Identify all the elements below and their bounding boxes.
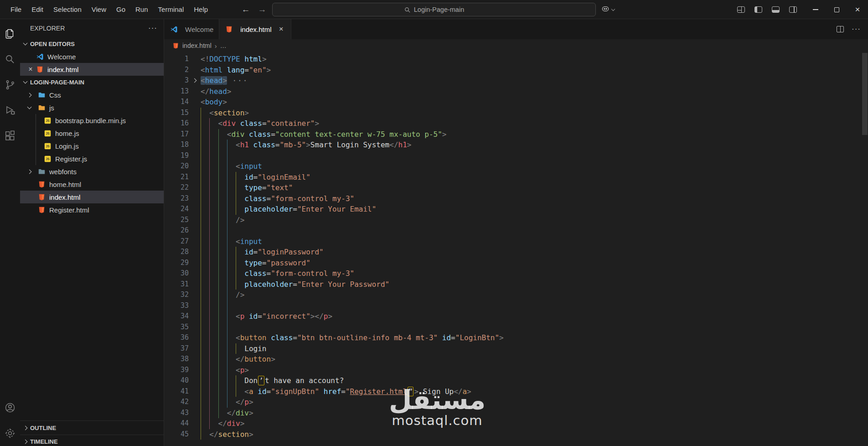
code-line[interactable]: 35 (164, 322, 868, 333)
code-editor[interactable]: مستقل mostaql.com 1<!DOCTYPE html>2<html… (164, 52, 868, 446)
activity-accounts-icon[interactable] (0, 395, 20, 420)
activity-run-debug-icon[interactable] (0, 98, 20, 123)
code-line[interactable]: 15<section> (164, 108, 868, 119)
code-line[interactable]: 28id="loginPassword" (164, 247, 868, 258)
tree-item-Register.js[interactable]: JSRegister.js (36, 152, 164, 165)
toggle-primary-sidebar-icon[interactable] (754, 6, 762, 13)
open-editor-Welcome[interactable]: Welcome (20, 50, 164, 63)
code-token: ></ (310, 312, 324, 321)
tree-item-Css[interactable]: Css (20, 88, 164, 101)
tab-index.html[interactable]: index.html× (219, 19, 291, 39)
split-editor-icon[interactable] (837, 26, 844, 32)
chevron-right-icon[interactable] (26, 93, 37, 97)
maximize-button[interactable] (826, 0, 847, 19)
fold-gutter (189, 332, 200, 343)
code-line[interactable]: 34<p id="incorrect"></p> (164, 311, 868, 322)
nav-back-button[interactable]: ← (239, 0, 253, 19)
code-token: <! (201, 55, 209, 63)
menu-go[interactable]: Go (111, 0, 130, 19)
command-center-search[interactable]: Login-Page-main (272, 3, 596, 16)
code-line[interactable]: 40Don’t have an account? (164, 375, 868, 386)
tree-item-Register.html[interactable]: Register.html (20, 203, 164, 216)
copilot-button[interactable] (601, 4, 615, 15)
code-line[interactable]: 29type="password" (164, 258, 868, 269)
code-line[interactable]: 39<p> (164, 365, 868, 376)
close-icon[interactable]: × (277, 25, 285, 34)
toggle-secondary-sidebar-icon[interactable] (789, 6, 797, 13)
open-editor-index.html[interactable]: ×index.html (20, 63, 164, 76)
breadcrumb-more[interactable]: … (220, 42, 227, 49)
section-project[interactable]: LOGIN-PAGE-MAIN (20, 76, 164, 88)
menu-help[interactable]: Help (189, 0, 213, 19)
code-line[interactable]: 45</section> (164, 429, 868, 440)
code-line[interactable]: 26 (164, 225, 868, 236)
minimize-button[interactable] (805, 0, 826, 19)
customize-layout-icon[interactable] (737, 6, 745, 13)
activity-extensions-icon[interactable] (0, 123, 20, 149)
code-line[interactable]: 27<input (164, 236, 868, 247)
menu-run[interactable]: Run (130, 0, 153, 19)
code-line[interactable]: 30class="form-control my-3" (164, 268, 868, 279)
code-line[interactable]: 43</div> (164, 408, 868, 419)
activity-explorer-icon[interactable] (0, 21, 20, 47)
code-line[interactable]: 44</div> (164, 418, 868, 429)
code-line[interactable]: 3<head> ··· (164, 75, 868, 86)
section-timeline[interactable]: TIMELINE (20, 435, 164, 446)
sidebar-more-actions[interactable]: ··· (148, 24, 157, 33)
tree-item-home.html[interactable]: home.html (20, 178, 164, 191)
code-line[interactable]: 14<body> (164, 97, 868, 108)
code-line[interactable]: 18<h1 class="mb-5">Smart Login System</h… (164, 140, 868, 150)
section-open-editors[interactable]: OPEN EDITORS (20, 37, 164, 50)
breadcrumb-file[interactable]: index.html (182, 42, 212, 49)
code-token: /> (236, 216, 244, 224)
tree-item-webfonts[interactable]: webfonts (20, 165, 164, 178)
code-line[interactable]: 31placeholder="Enter Your Password" (164, 279, 868, 290)
code-line[interactable]: 13</head> (164, 86, 868, 97)
code-line[interactable]: 22type="text" (164, 182, 868, 193)
code-line[interactable]: 17<div class="content text-center w-75 m… (164, 129, 868, 140)
code-line[interactable]: 21id="loginEmail" (164, 172, 868, 183)
menu-file[interactable]: File (5, 0, 26, 19)
menu-terminal[interactable]: Terminal (153, 0, 189, 19)
fold-chevron-icon[interactable] (189, 75, 200, 86)
tree-item-Login.js[interactable]: JSLogin.js (36, 140, 164, 152)
code-line[interactable]: 37Login (164, 343, 868, 354)
code-line[interactable]: 25/> (164, 215, 868, 226)
close-button[interactable]: × (847, 0, 868, 19)
close-icon[interactable]: × (26, 65, 36, 73)
chevron-down-icon[interactable] (26, 107, 37, 109)
menu-view[interactable]: View (87, 0, 111, 19)
menu-selection[interactable]: Selection (48, 0, 87, 19)
code-line[interactable]: 42</p> (164, 397, 868, 408)
activity-search-icon[interactable] (0, 47, 20, 72)
more-actions-icon[interactable]: ··· (852, 25, 861, 34)
code-line[interactable]: 38</button> (164, 354, 868, 365)
activity-source-control-icon[interactable] (0, 72, 20, 98)
code-line[interactable]: 19 (164, 150, 868, 161)
code-line[interactable]: 24placeholder="Enter Your Email" (164, 204, 868, 215)
code-line[interactable]: 20<input (164, 161, 868, 172)
code-line[interactable]: 41<a id="signUpBtn" href="Register.html”… (164, 386, 868, 397)
code-line[interactable]: 32/> (164, 290, 868, 301)
code-line[interactable]: 1<!DOCTYPE html> (164, 54, 868, 65)
toggle-panel-icon[interactable] (772, 6, 780, 13)
menu-edit[interactable]: Edit (26, 0, 48, 19)
code-line[interactable]: 33 (164, 301, 868, 311)
tree-item-bootstrap.bundle.min.js[interactable]: JSbootstrap.bundle.min.js (36, 114, 164, 127)
chevron-right-icon[interactable] (26, 170, 37, 173)
code-token: > (306, 140, 310, 149)
nav-forward-button[interactable]: → (255, 0, 269, 19)
editor-scrollbar[interactable] (862, 53, 868, 135)
code-line[interactable]: 36<button class="btn btn-outline-info mb… (164, 332, 868, 343)
tree-item-home.js[interactable]: JShome.js (36, 127, 164, 140)
activity-settings-icon[interactable] (0, 420, 20, 446)
tree-item-js[interactable]: js (20, 101, 164, 114)
chevron-down-icon (611, 7, 615, 10)
tree-item-index.html[interactable]: index.html (20, 191, 164, 203)
code-line[interactable]: 23class="form-control my-3" (164, 193, 868, 204)
code-line[interactable]: 16<div class="container"> (164, 118, 868, 129)
indent-guide (201, 118, 209, 129)
tab-Welcome[interactable]: Welcome (164, 19, 219, 39)
code-line[interactable]: 2<html lang="en"> (164, 65, 868, 76)
section-outline[interactable]: OUTLINE (20, 421, 164, 435)
